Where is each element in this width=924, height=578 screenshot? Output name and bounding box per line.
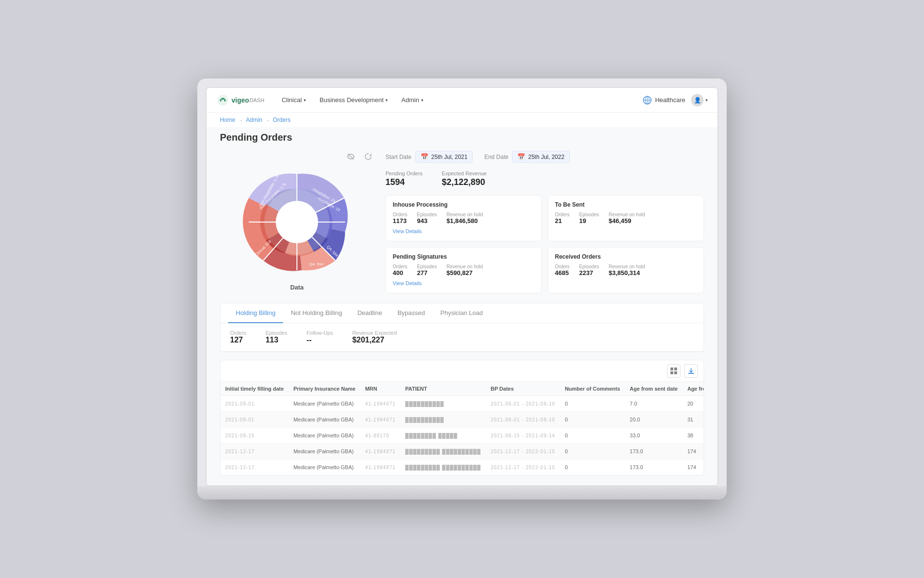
card-orders-0: Orders 1173 <box>393 212 408 224</box>
start-date-input[interactable]: 📅 25th Jul, 2021 <box>415 151 473 163</box>
cell-3-4: 2021-12-17 - 2022-01-15 <box>486 444 560 460</box>
calendar-icon: 📅 <box>421 153 428 160</box>
cell-4-1: Medicare (Palmetto GBA) <box>289 460 360 475</box>
page-title: Pending Orders <box>220 132 704 143</box>
healthcare-badge: Healthcare <box>642 95 685 105</box>
svg-rect-17 <box>670 368 673 370</box>
cell-2-0: 2021-08-15 <box>220 428 289 444</box>
date-row: Start Date 📅 25th Jul, 2021 End Date 📅 2… <box>385 151 704 163</box>
cell-3-0: 2021-12-17 <box>220 444 289 460</box>
cell-0-0: 2021-08-01 <box>220 396 289 412</box>
svg-rect-20 <box>674 371 677 374</box>
nav-business-development[interactable]: Business Development ▾ <box>314 93 394 106</box>
tab-stat-3: Revenue Expected$201,227 <box>352 330 397 344</box>
cell-3-3: █████████ ██████████ <box>400 444 486 460</box>
cell-1-0: 2021-08-01 <box>220 412 289 428</box>
nav-admin[interactable]: Admin ▾ <box>396 93 429 106</box>
cell-2-2: 41-88170 <box>360 428 400 444</box>
stat-card-2: Pending Signatures Orders 400 Episodes 2… <box>385 247 542 293</box>
tab-physician-load[interactable]: Physician Load <box>433 303 490 323</box>
top-section: Non-Hospitable: 1.7k Hospitalize: 23 Cli… <box>220 151 704 293</box>
chevron-down-icon: ▾ <box>385 98 388 103</box>
tab-stat-0: Orders127 <box>230 330 246 344</box>
chevron-down-icon: ▾ <box>421 98 424 103</box>
view-details-link-2[interactable]: View Details <box>393 280 422 286</box>
eye-off-icon[interactable] <box>345 151 357 162</box>
svg-text:QA: 594: QA: 594 <box>309 262 323 266</box>
view-details-link-0[interactable]: View Details <box>393 228 422 234</box>
navbar: vigeo DASH Clinical ▾ Business Developme… <box>206 88 718 113</box>
card-episodes-3: Episodes 2237 <box>579 264 599 276</box>
user-menu[interactable]: 👤 ▾ <box>691 94 708 106</box>
cell-1-7: 31 <box>682 412 704 428</box>
stat-card-3: Received Orders Orders 4685 Episodes 223… <box>548 247 704 293</box>
logo: vigeo DASH <box>216 93 264 107</box>
pending-orders-label: Pending Orders <box>385 171 423 176</box>
cell-2-7: 38 <box>682 428 704 444</box>
download-icon[interactable] <box>684 364 698 378</box>
end-date-field: End Date 📅 25th Jul, 2022 <box>484 151 569 163</box>
stat-card-1: To Be Sent Orders 21 Episodes 19 Revenue… <box>548 195 704 241</box>
cell-4-7: 174 <box>682 460 704 475</box>
card-title-3: Received Orders <box>555 253 697 260</box>
tab-holding-billing[interactable]: Holding Billing <box>228 303 283 323</box>
logo-vigeo: vigeo <box>231 96 249 104</box>
table-row: 2021-08-01Medicare (Palmetto GBA)41-1984… <box>220 396 704 412</box>
avatar: 👤 <box>691 94 704 106</box>
cell-2-3: ████████ █████ <box>400 428 486 444</box>
card-title-2: Pending Signatures <box>393 253 535 260</box>
table-section: Initial timely filling datePrimary Insur… <box>220 360 704 476</box>
card-orders-1: Orders 21 <box>555 212 570 224</box>
globe-icon <box>642 95 652 105</box>
chart-icons <box>345 151 374 162</box>
cell-3-5: 0 <box>560 444 625 460</box>
card-row-0: Orders 1173 Episodes 943 Revenue on hold… <box>393 212 535 224</box>
breadcrumb-home[interactable]: Home <box>220 117 235 123</box>
cell-1-1: Medicare (Palmetto GBA) <box>289 412 360 428</box>
card-revenue-0: Revenue on hold $1,846,580 <box>447 212 483 224</box>
logo-icon <box>216 93 230 107</box>
expected-revenue-value: $2,122,890 <box>442 177 487 187</box>
card-title-1: To Be Sent <box>555 201 697 208</box>
breadcrumb-admin[interactable]: Admin <box>246 117 262 123</box>
chart-container: Non-Hospitable: 1.7k Hospitalize: 23 Cli… <box>220 151 374 293</box>
healthcare-label: Healthcare <box>655 96 685 104</box>
cell-2-6: 33.0 <box>625 428 683 444</box>
cell-0-6: 7.0 <box>625 396 683 412</box>
card-orders-3: Orders 4685 <box>555 264 570 276</box>
card-episodes-1: Episodes 19 <box>579 212 599 224</box>
cell-0-3: ██████████ <box>400 396 486 412</box>
tab-stat-1: Episodes113 <box>266 330 287 344</box>
svg-rect-19 <box>670 371 673 374</box>
cell-1-4: 2021-08-01 - 2021-08-10 <box>486 412 560 428</box>
col-header-5: Number of Comments <box>560 382 625 396</box>
pending-orders-value: 1594 <box>385 177 423 187</box>
cell-0-5: 0 <box>560 396 625 412</box>
refresh-icon[interactable] <box>362 151 374 162</box>
card-row-1: Orders 21 Episodes 19 Revenue on hold $4… <box>555 212 697 224</box>
cell-0-1: Medicare (Palmetto GBA) <box>289 396 360 412</box>
breadcrumb: Home → Admin → Orders <box>206 113 718 127</box>
table-toolbar <box>220 360 704 382</box>
card-episodes-2: Episodes 277 <box>417 264 437 276</box>
cell-3-1: Medicare (Palmetto GBA) <box>289 444 360 460</box>
grid-view-icon[interactable] <box>667 364 680 378</box>
main-content: Pending Orders <box>206 127 718 486</box>
svg-rect-18 <box>674 368 677 370</box>
tab-deadline[interactable]: Deadline <box>350 303 390 323</box>
cell-1-6: 20.0 <box>625 412 683 428</box>
card-orders-2: Orders 400 <box>393 264 408 276</box>
tab-not-holding-billing[interactable]: Not Holding Billing <box>283 303 349 323</box>
cell-4-2: 41-1984971 <box>360 460 400 475</box>
chevron-down-icon: ▾ <box>304 98 306 103</box>
table-row: 2021-12-17Medicare (Palmetto GBA)41-1984… <box>220 460 704 475</box>
tab-bypassed[interactable]: Bypassed <box>390 303 433 323</box>
cell-1-2: 41-1984971 <box>360 412 400 428</box>
start-date-label: Start Date <box>385 154 411 160</box>
laptop-base <box>197 486 727 499</box>
card-row-3: Orders 4685 Episodes 2237 Revenue on hol… <box>555 264 697 276</box>
end-date-input[interactable]: 📅 25th Jul, 2022 <box>512 151 569 163</box>
nav-clinical[interactable]: Clinical ▾ <box>276 93 312 106</box>
card-title-0: Inhouse Processing <box>393 201 535 208</box>
cell-2-5: 0 <box>560 428 625 444</box>
